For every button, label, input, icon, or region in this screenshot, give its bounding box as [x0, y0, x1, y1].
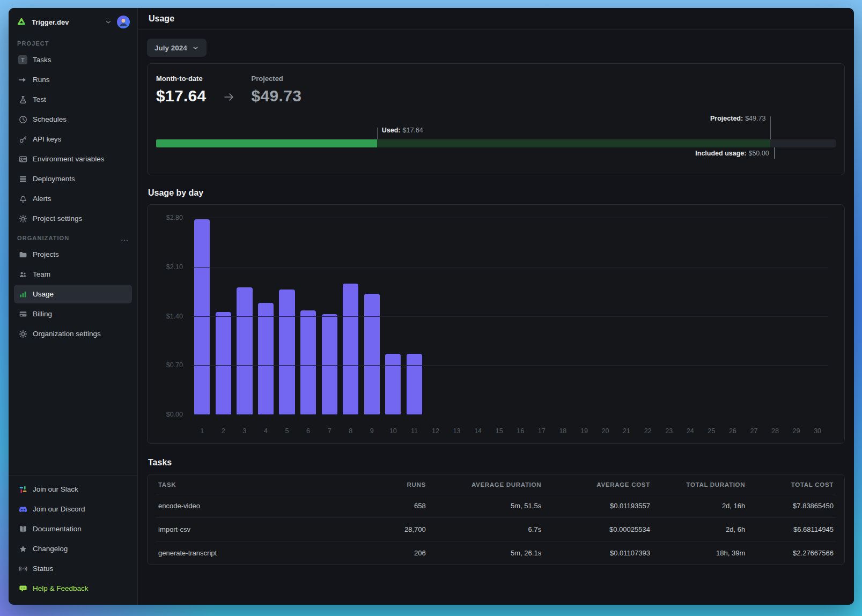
bar-day-9[interactable] — [364, 294, 380, 414]
sidebar-item-status[interactable]: Status — [14, 559, 132, 578]
sidebar-item-documentation[interactable]: Documentation — [14, 519, 132, 538]
sidebar-item-billing[interactable]: Billing — [14, 305, 132, 323]
sidebar-item-label: Billing — [33, 310, 52, 318]
x-axis-label: 24 — [680, 427, 701, 435]
chart-plot: $0.00$0.70$1.40$2.10$2.80 — [191, 218, 828, 414]
x-axis-label: 9 — [362, 427, 383, 435]
table-row[interactable]: generate-transcript2065m, 26.1s$0.011073… — [156, 541, 836, 565]
sidebar-item-project-settings[interactable]: Project settings — [14, 209, 132, 228]
column-header: AVERAGE DURATION — [428, 474, 543, 494]
bar-day-2[interactable] — [216, 312, 231, 414]
sidebar-item-environment-variables[interactable]: Environment variables — [14, 150, 132, 168]
used-marker-line — [377, 128, 378, 139]
x-axis-label: 17 — [531, 427, 552, 435]
bar-day-3[interactable] — [237, 287, 252, 414]
sidebar-item-label: Runs — [33, 76, 50, 84]
sidebar-item-label: Team — [33, 270, 50, 278]
sidebar-item-runs[interactable]: Runs — [14, 70, 132, 89]
sidebar-item-label: Changelog — [33, 545, 68, 553]
sidebar-item-alerts[interactable]: Alerts — [14, 189, 132, 208]
x-axis-label: 20 — [595, 427, 616, 435]
sidebar-item-label: Help & Feedback — [33, 584, 89, 592]
organization-section-header: ORGANIZATION ... — [14, 228, 132, 244]
org-name: Trigger.dev — [32, 18, 69, 26]
sidebar-item-tasks[interactable]: T Tasks — [14, 50, 132, 69]
bar-chart-icon — [18, 290, 27, 299]
table-row[interactable]: import-csv28,7006.7s$0.000255342d, 6h$6.… — [156, 518, 836, 541]
column-header: TASK — [156, 474, 333, 494]
x-axis-label: 13 — [446, 427, 468, 435]
y-axis-label: $2.10 — [166, 263, 183, 271]
sidebar-item-changelog[interactable]: Changelog — [14, 539, 132, 558]
gridline — [191, 365, 828, 366]
sidebar-item-test[interactable]: Test — [14, 90, 132, 109]
month-selector-label: July 2024 — [154, 44, 187, 52]
bar-day-8[interactable] — [343, 284, 358, 414]
workspace-switcher[interactable]: Trigger.dev — [14, 13, 132, 34]
sidebar-item-join-discord[interactable]: Join our Discord — [14, 500, 132, 518]
x-axis-label: 10 — [382, 427, 404, 435]
tasks-table-card: TASKRUNSAVERAGE DURATIONAVERAGE COSTTOTA… — [147, 474, 845, 565]
task-value-cell: $6.68114945 — [747, 518, 836, 541]
sidebar-item-help-feedback[interactable]: Help & Feedback — [14, 579, 132, 598]
organization-menu-icon[interactable]: ... — [121, 236, 129, 240]
bar-day-10[interactable] — [385, 354, 401, 414]
team-icon — [18, 270, 27, 279]
clock-icon — [18, 115, 27, 124]
broadcast-icon — [18, 564, 27, 573]
x-axis-label: 5 — [276, 427, 298, 435]
month-selector-button[interactable]: July 2024 — [147, 39, 207, 57]
sidebar-item-label: Join our Slack — [33, 485, 78, 493]
usage-summary-card: Month-to-date $17.64 Projected $49.73 Pr… — [147, 63, 845, 175]
column-header: RUNS — [333, 474, 428, 494]
bar-day-5[interactable] — [279, 290, 294, 414]
user-avatar[interactable] — [117, 16, 130, 28]
task-name-cell: generate-transcript — [156, 541, 333, 565]
bar-day-1[interactable] — [194, 219, 210, 414]
x-axis-label: 18 — [552, 427, 574, 435]
sidebar-item-team[interactable]: Team — [14, 265, 132, 284]
slack-icon — [18, 485, 27, 494]
sidebar-item-join-slack[interactable]: Join our Slack — [14, 480, 132, 499]
sidebar-item-schedules[interactable]: Schedules — [14, 110, 132, 129]
used-marker-title: Used: — [382, 127, 401, 134]
projected-marker-label: Projected:$49.73 — [710, 115, 765, 122]
table-row[interactable]: encode-video6585m, 51.5s$0.011935572d, 1… — [156, 494, 836, 518]
x-axis-label: 23 — [658, 427, 680, 435]
x-axis-label: 11 — [404, 427, 425, 435]
column-header: AVERAGE COST — [543, 474, 652, 494]
sidebar-item-api-keys[interactable]: API keys — [14, 130, 132, 149]
sidebar-item-label: Join our Discord — [33, 505, 85, 513]
sidebar-item-organization-settings[interactable]: Organization settings — [14, 324, 132, 343]
runs-icon — [18, 75, 27, 84]
flask-icon — [18, 95, 27, 104]
sidebar-item-usage[interactable]: Usage — [14, 285, 132, 303]
sidebar-item-label: API keys — [33, 135, 61, 143]
month-to-date-value: $17.64 — [156, 87, 207, 105]
x-axis-label: 27 — [743, 427, 765, 435]
tasks-heading: Tasks — [148, 458, 845, 467]
sidebar-item-projects[interactable]: Projects — [14, 245, 132, 264]
bar-day-11[interactable] — [407, 354, 422, 414]
sidebar-item-deployments[interactable]: Deployments — [14, 169, 132, 188]
gear-icon — [18, 214, 27, 223]
projected-label: Projected — [252, 75, 302, 83]
stack-icon — [18, 174, 27, 183]
tasks-table-header-row: TASKRUNSAVERAGE DURATIONAVERAGE COSTTOTA… — [156, 474, 836, 494]
bar-day-7[interactable] — [322, 314, 337, 414]
arrow-right-icon — [223, 91, 235, 103]
bar-day-6[interactable] — [300, 310, 316, 414]
x-axis-label: 30 — [807, 427, 828, 435]
gridline — [191, 218, 828, 218]
x-axis-label: 2 — [213, 427, 234, 435]
included-usage-label: Included usage:$50.00 — [695, 150, 769, 157]
sidebar-item-label: Deployments — [33, 175, 75, 183]
sidebar-item-label: Documentation — [33, 525, 82, 533]
month-to-date-metric: Month-to-date $17.64 — [156, 75, 207, 105]
bar-day-4[interactable] — [258, 303, 274, 414]
x-axis-label: 29 — [786, 427, 807, 435]
credit-card-icon — [18, 309, 27, 318]
used-marker-value: $17.64 — [403, 127, 423, 134]
bell-icon — [18, 194, 27, 203]
x-axis-label: 19 — [573, 427, 595, 435]
